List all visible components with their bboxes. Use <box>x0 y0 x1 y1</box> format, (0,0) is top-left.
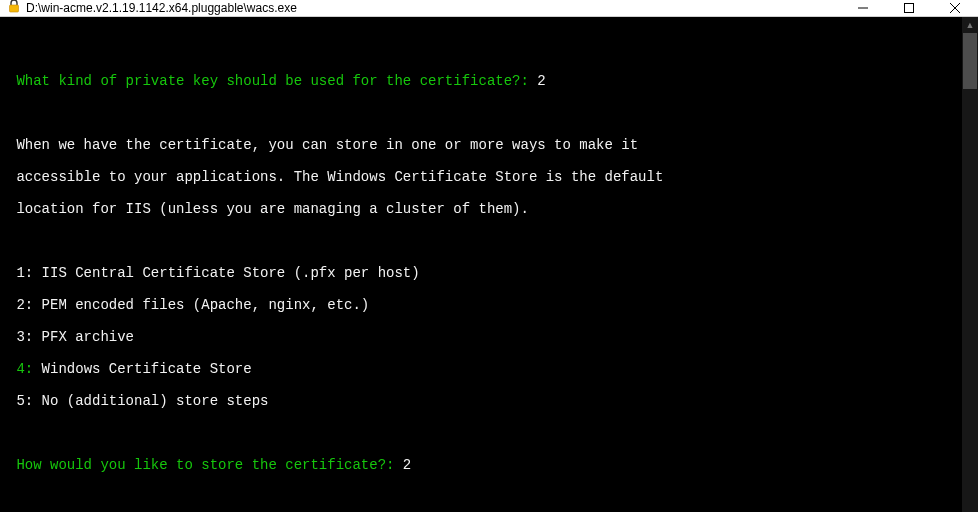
console-line: accessible to your applications. The Win… <box>8 169 954 185</box>
client-area: What kind of private key should be used … <box>0 17 978 512</box>
console-line: location for IIS (unless you are managin… <box>8 201 954 217</box>
close-button[interactable] <box>932 0 978 16</box>
menu-option: 5: No (additional) store steps <box>8 393 954 409</box>
console-line: When we have the certificate, you can st… <box>8 137 954 153</box>
window-title: D:\win-acme.v2.1.19.1142.x64.pluggable\w… <box>26 1 840 15</box>
console-line <box>8 41 954 57</box>
menu-option: 2: PEM encoded files (Apache, nginx, etc… <box>8 297 954 313</box>
lock-icon <box>8 0 20 16</box>
menu-option: 4: Windows Certificate Store <box>8 361 954 377</box>
menu-option: 1: IIS Central Certificate Store (.pfx p… <box>8 265 954 281</box>
maximize-button[interactable] <box>886 0 932 16</box>
console-line <box>8 425 954 441</box>
svg-rect-2 <box>905 4 914 13</box>
scroll-thumb[interactable] <box>963 33 977 89</box>
titlebar: D:\win-acme.v2.1.19.1142.x64.pluggable\w… <box>0 0 978 17</box>
minimize-button[interactable] <box>840 0 886 16</box>
svg-rect-0 <box>10 5 19 12</box>
scrollbar[interactable]: ▲ ▼ <box>962 17 978 512</box>
console-line <box>8 233 954 249</box>
scroll-up-icon[interactable]: ▲ <box>962 17 978 33</box>
console-line <box>8 489 954 505</box>
prompt-line: How would you like to store the certific… <box>8 457 954 473</box>
console-output[interactable]: What kind of private key should be used … <box>0 17 962 512</box>
menu-option: 3: PFX archive <box>8 329 954 345</box>
prompt-line: What kind of private key should be used … <box>8 73 954 89</box>
console-line <box>8 105 954 121</box>
window-controls <box>840 0 978 16</box>
